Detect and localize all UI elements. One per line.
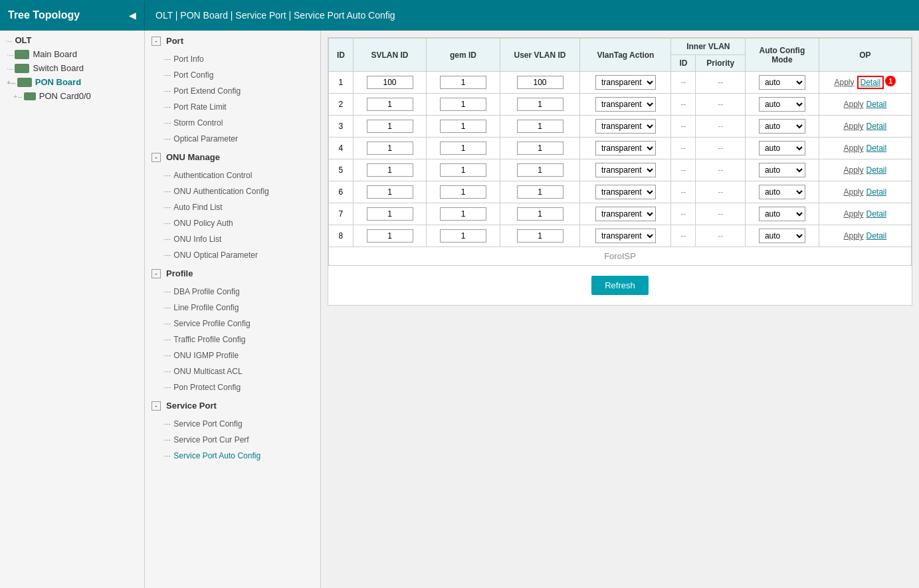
row-6-apply-button[interactable]: Apply	[843, 187, 863, 197]
main-board-icon	[15, 50, 29, 59]
row-7-id: 7	[329, 203, 354, 225]
menu-item-line-profile[interactable]: ·--Line Profile Config	[145, 300, 320, 316]
row-7-svlan-input[interactable]	[367, 207, 413, 221]
row-5-apply-button[interactable]: Apply	[843, 165, 863, 175]
row-7-mode-select[interactable]: automanual	[759, 207, 805, 221]
menu-item-onu-optical-parameter[interactable]: ·--ONU Optical Parameter	[145, 247, 320, 263]
menu-item-port-info[interactable]: ·--Port Info	[145, 51, 320, 67]
menu-item-onu-multicast-acl[interactable]: ·--ONU Multicast ACL	[145, 363, 320, 379]
menu-item-optical-parameter[interactable]: ·--Optical Parameter	[145, 131, 320, 147]
row-2-svlan-input[interactable]	[367, 98, 413, 111]
row-8-user-vlan-input[interactable]	[517, 229, 563, 243]
section-service-port-collapse-icon[interactable]: -	[152, 401, 161, 411]
menu-item-pon-protect-config[interactable]: ·--Pon Protect Config	[145, 379, 320, 395]
menu-item-service-port-cur-perf[interactable]: ·--Service Port Cur Perf	[145, 432, 320, 448]
menu-item-onu-igmp-profile[interactable]: ·--ONU IGMP Profile	[145, 347, 320, 363]
sidebar-item-switch-board[interactable]: ·-- Switch Board	[0, 61, 144, 75]
row-5-mode-select[interactable]: automanual	[759, 163, 805, 177]
row-2-user-vlan-id	[500, 94, 580, 116]
sidebar-item-pon-board[interactable]: +-- PON Board	[0, 75, 144, 89]
row-7-apply-button[interactable]: Apply	[843, 209, 863, 219]
row-3-mode-select[interactable]: automanual	[759, 119, 805, 134]
row-2-vlantag-select[interactable]: transparenttaguntagtranslate	[595, 97, 656, 112]
main-board-label: Main Board	[33, 49, 76, 59]
menu-item-auto-find-list[interactable]: ·--Auto Find List	[145, 199, 320, 215]
row-5-gem-input[interactable]	[440, 163, 486, 177]
row-4-mode-select[interactable]: automanual	[759, 141, 805, 155]
sidebar-item-olt[interactable]: ·-- OLT	[0, 33, 144, 47]
collapse-icon[interactable]: ◀	[129, 10, 136, 21]
row-2-user-vlan-input[interactable]	[517, 98, 563, 111]
section-onu-manage-collapse-icon[interactable]: -	[152, 153, 161, 162]
row-8-mode-select[interactable]: automanual	[759, 229, 805, 243]
row-3-detail-button[interactable]: Detail	[867, 122, 887, 131]
section-profile-collapse-icon[interactable]: -	[152, 269, 161, 278]
row-8-svlan-input[interactable]	[367, 229, 413, 243]
menu-item-port-config[interactable]: ·--Port Config	[145, 67, 320, 83]
row-2-apply-button[interactable]: Apply	[843, 100, 863, 109]
menu-item-service-port-auto-config[interactable]: ·--Service Port Auto Config	[145, 448, 320, 464]
row-5-user-vlan-input[interactable]	[517, 163, 563, 177]
row-8-vlantag-select[interactable]: transparenttaguntagtranslate	[595, 229, 656, 243]
row-1-user-vlan-id	[500, 72, 580, 94]
row-1-mode-select[interactable]: automanual	[759, 75, 805, 90]
sidebar-item-main-board[interactable]: ·-- Main Board	[0, 47, 144, 61]
row-6-mode-select[interactable]: automanual	[759, 185, 805, 199]
row-4-svlan-input[interactable]	[367, 142, 413, 155]
menu-item-port-rate-limit[interactable]: ·--Port Rate Limit	[145, 99, 320, 115]
row-6-vlantag-select[interactable]: transparenttaguntagtranslate	[595, 185, 656, 199]
row-5-detail-button[interactable]: Detail	[867, 165, 887, 175]
row-2-detail-button[interactable]: Detail	[867, 100, 887, 109]
row-7-gem-input[interactable]	[440, 207, 486, 221]
row-2-mode-select[interactable]: automanual	[759, 97, 805, 112]
row-5-vlantag-select[interactable]: transparenttaguntagtranslate	[595, 163, 656, 177]
menu-item-onu-policy-auth[interactable]: ·--ONU Policy Auth	[145, 215, 320, 231]
refresh-button[interactable]: Refresh	[591, 276, 649, 295]
row-3-svlan-input[interactable]	[367, 120, 413, 133]
section-profile-header[interactable]: - Profile	[145, 263, 320, 284]
menu-item-traffic-profile[interactable]: ·--Traffic Profile Config	[145, 332, 320, 347]
row-1-svlan-input[interactable]	[367, 76, 413, 89]
row-4-gem-input[interactable]	[440, 142, 486, 155]
menu-item-onu-auth-config[interactable]: ·--ONU Authentication Config	[145, 183, 320, 199]
section-service-port-header[interactable]: - Service Port	[145, 395, 320, 416]
row-8-apply-button[interactable]: Apply	[843, 231, 863, 241]
row-6-svlan-input[interactable]	[367, 185, 413, 199]
row-4-user-vlan-input[interactable]	[517, 142, 563, 155]
menu-item-service-port-config[interactable]: ·--Service Port Config	[145, 416, 320, 432]
row-6-gem-input[interactable]	[440, 185, 486, 199]
row-4-vlantag-select[interactable]: transparenttaguntagtranslate	[595, 141, 656, 155]
row-4-apply-button[interactable]: Apply	[843, 144, 863, 153]
menu-item-onu-info-list[interactable]: ·--ONU Info List	[145, 231, 320, 247]
row-3-user-vlan-input[interactable]	[517, 120, 563, 133]
row-6-user-vlan-input[interactable]	[517, 185, 563, 199]
row-4-detail-button[interactable]: Detail	[867, 144, 887, 153]
section-port-header[interactable]: - Port	[145, 31, 320, 51]
row-7-detail-button[interactable]: Detail	[867, 209, 887, 219]
row-1-detail-button[interactable]: Detail	[857, 76, 884, 89]
row-6-detail-button[interactable]: Detail	[867, 187, 887, 197]
row-2-gem-input[interactable]	[440, 98, 486, 111]
row-1-gem-input[interactable]	[440, 76, 486, 89]
menu-item-service-profile[interactable]: ·--Service Profile Config	[145, 316, 320, 332]
row-3-vlantag-select[interactable]: transparenttaguntagtranslate	[595, 119, 656, 134]
menu-item-storm-control[interactable]: ·--Storm Control	[145, 115, 320, 131]
sidebar-item-pon-card[interactable]: +-- PON Card0/0	[0, 89, 144, 103]
menu-item-dba-profile[interactable]: ·--DBA Profile Config	[145, 284, 320, 300]
row-8-gem-input[interactable]	[440, 229, 486, 243]
row-1-vlantag-select[interactable]: transparenttaguntagtranslate	[595, 75, 656, 90]
row-1-user-vlan-input[interactable]	[517, 76, 563, 89]
row-3-gem-input[interactable]	[440, 120, 486, 133]
row-1-apply-button[interactable]: Apply	[834, 78, 854, 87]
row-7-vlantag-select[interactable]: transparenttaguntagtranslate	[595, 207, 656, 221]
section-port-collapse-icon[interactable]: -	[152, 37, 161, 46]
menu-item-port-extend-config[interactable]: ·--Port Extend Config	[145, 83, 320, 99]
row-7-user-vlan-input[interactable]	[517, 207, 563, 221]
section-onu-manage-header[interactable]: - ONU Manage	[145, 147, 320, 167]
row-3-svlan-id	[353, 116, 426, 138]
row-1-svlan-id	[353, 72, 426, 94]
row-3-apply-button[interactable]: Apply	[843, 122, 863, 131]
row-8-detail-button[interactable]: Detail	[867, 231, 887, 241]
menu-item-auth-control[interactable]: ·--Authentication Control	[145, 167, 320, 183]
row-5-svlan-input[interactable]	[367, 163, 413, 177]
